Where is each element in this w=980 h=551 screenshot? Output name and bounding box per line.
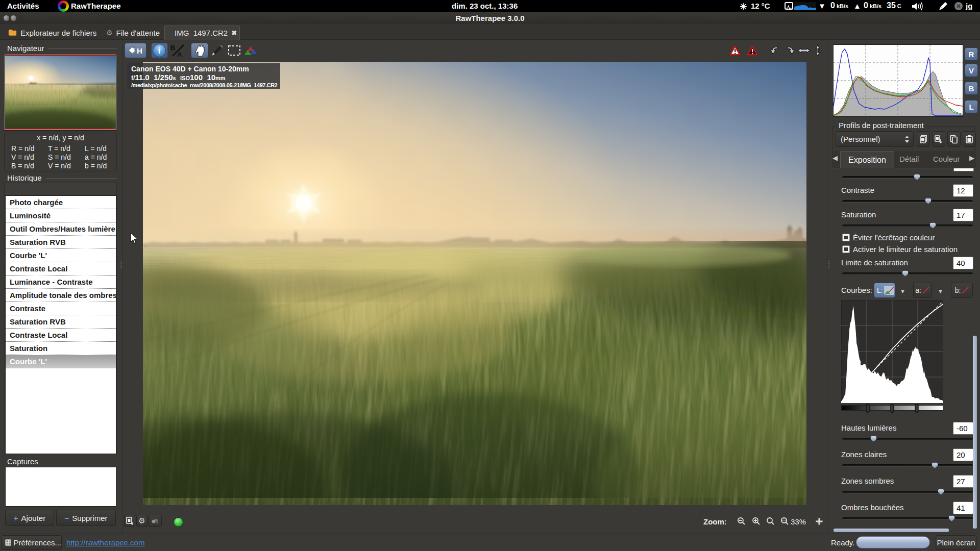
svg-text:B: B <box>170 44 175 52</box>
svg-text:H: H <box>137 46 142 55</box>
